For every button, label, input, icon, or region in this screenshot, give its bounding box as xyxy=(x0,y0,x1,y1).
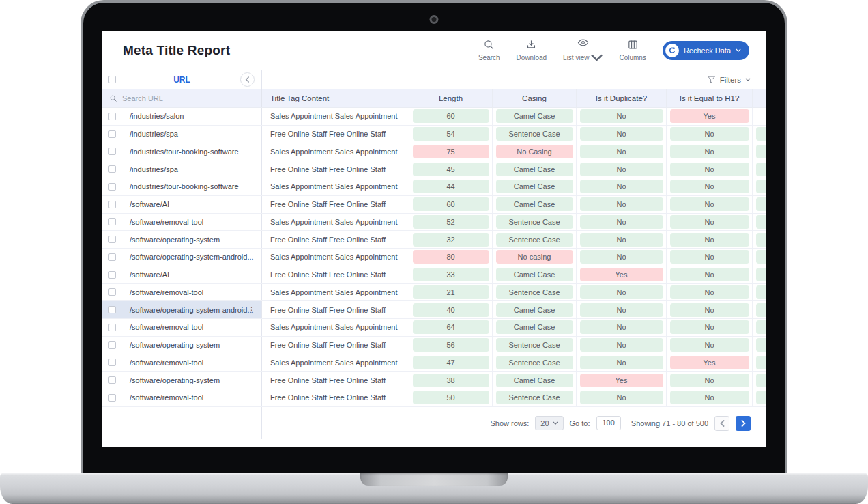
column-header-title-tag[interactable]: Title Tag Content xyxy=(262,89,409,107)
row-checkbox[interactable] xyxy=(108,253,116,261)
table-row[interactable]: /software/removal-toolSales Appointment … xyxy=(102,319,766,337)
equal-h1-cell: No xyxy=(667,337,753,354)
equal-h1-chip: No xyxy=(670,163,749,176)
table-row[interactable]: /industries/spaFree Online Staff Free On… xyxy=(102,126,766,143)
search-url-input[interactable]: Search URL xyxy=(102,89,262,107)
previous-page-button[interactable] xyxy=(714,416,729,431)
url-cell[interactable]: /industries/tour-booking-software xyxy=(102,143,262,160)
url-cell[interactable]: /software/operating-system xyxy=(102,231,262,248)
equal-h1-cell: No xyxy=(667,372,753,389)
row-checkbox[interactable] xyxy=(108,376,116,384)
table-row[interactable]: /industries/tour-booking-softwareSales A… xyxy=(102,143,766,161)
table-row[interactable]: /industries/spaFree Online Staff Free On… xyxy=(102,160,766,178)
row-checkbox[interactable] xyxy=(108,201,116,208)
row-checkbox[interactable] xyxy=(108,236,116,243)
url-cell[interactable]: /software/operating-system-android...⋮ xyxy=(102,301,262,318)
next-page-button[interactable] xyxy=(736,416,751,431)
url-cell[interactable]: /software/removal-tool xyxy=(102,214,262,231)
url-cell[interactable]: /software/operating-system xyxy=(102,372,262,389)
search-icon xyxy=(109,94,117,102)
download-button[interactable]: Download xyxy=(517,39,547,61)
peek-chip xyxy=(756,303,766,317)
casing-chip: Sentence Case xyxy=(496,356,573,369)
url-cell[interactable]: /industries/salon xyxy=(102,108,262,125)
url-text: /software/operating-system xyxy=(130,341,220,349)
row-checkbox[interactable] xyxy=(108,394,116,402)
url-cell[interactable]: /industries/spa xyxy=(102,160,262,178)
url-cell[interactable]: /software/operating-system-android... xyxy=(102,249,262,266)
peek-chip xyxy=(756,250,766,264)
duplicate-cell: No xyxy=(577,319,667,336)
column-header-h1[interactable]: Is it Equal to H1? xyxy=(667,89,753,107)
table-row[interactable]: /software/operating-systemFree Online St… xyxy=(102,231,766,249)
casing-chip: Sentence Case xyxy=(496,215,573,229)
filters-button[interactable]: Filters xyxy=(262,70,766,89)
casing-chip: Camel Case xyxy=(496,320,573,334)
equal-h1-chip: No xyxy=(670,320,749,334)
title-tag-cell: Free Online Staff Free Online Staff xyxy=(262,389,409,406)
list-view-button[interactable]: List view xyxy=(563,37,603,64)
duplicate-cell: Yes xyxy=(577,372,667,389)
table-row[interactable]: /software/AIFree Online Staff Free Onlin… xyxy=(102,266,766,284)
url-cell[interactable]: /software/operating-system xyxy=(102,337,262,354)
table-row[interactable]: /software/operating-system-android...Sal… xyxy=(102,249,766,266)
duplicate-chip: No xyxy=(580,180,663,193)
search-button[interactable]: Search xyxy=(478,39,500,61)
column-header-casing[interactable]: Casing xyxy=(493,89,577,107)
url-cell[interactable]: /software/removal-tool xyxy=(102,389,262,406)
row-checkbox[interactable] xyxy=(108,148,116,155)
equal-h1-chip: No xyxy=(670,338,749,352)
table-row[interactable]: /software/removal-toolSales Appointment … xyxy=(102,284,766,302)
row-checkbox[interactable] xyxy=(108,183,116,191)
table-row[interactable]: /software/AIFree Online Staff Free Onlin… xyxy=(102,196,766,214)
download-icon xyxy=(525,39,537,52)
table-row[interactable]: /software/operating-system-android...⋮Fr… xyxy=(102,301,766,319)
filter-funnel-icon xyxy=(707,75,716,84)
show-rows-select[interactable]: 20 xyxy=(535,416,563,430)
url-cell[interactable]: /software/removal-tool xyxy=(102,319,262,336)
next-column-peek xyxy=(753,354,766,372)
next-column-peek xyxy=(753,372,766,389)
row-checkbox[interactable] xyxy=(108,130,116,138)
row-checkbox[interactable] xyxy=(108,324,116,331)
row-checkbox[interactable] xyxy=(108,359,116,366)
table-row[interactable]: /industries/salonSales Appointment Sales… xyxy=(102,108,766,126)
url-cell[interactable]: /software/AI xyxy=(102,266,262,283)
table-row[interactable]: /software/operating-systemFree Online St… xyxy=(102,372,766,389)
title-tag-cell: Free Online Staff Free Online Staff xyxy=(262,266,409,283)
url-text: /software/removal-tool xyxy=(130,218,203,226)
row-checkbox[interactable] xyxy=(108,306,116,313)
table-body: /industries/salonSales Appointment Sales… xyxy=(102,108,766,407)
column-header-length[interactable]: Length xyxy=(409,89,493,107)
row-menu-icon[interactable]: ⋮ xyxy=(248,306,256,314)
casing-chip: Sentence Case xyxy=(496,285,573,299)
row-checkbox[interactable] xyxy=(108,288,116,296)
url-cell[interactable]: /industries/tour-booking-software xyxy=(102,178,262,195)
row-checkbox[interactable] xyxy=(108,218,116,225)
page-title: Meta Title Report xyxy=(123,43,230,58)
row-checkbox[interactable] xyxy=(108,271,116,279)
equal-h1-chip: No xyxy=(670,391,749,404)
url-cell[interactable]: /software/AI xyxy=(102,196,262,213)
peek-chip xyxy=(756,215,766,229)
row-checkbox[interactable] xyxy=(108,113,116,120)
url-column-label[interactable]: URL xyxy=(102,75,261,85)
url-cell[interactable]: /industries/spa xyxy=(102,126,262,143)
duplicate-chip: Yes xyxy=(580,374,663,387)
collapse-panel-button[interactable] xyxy=(240,72,255,87)
duplicate-chip: No xyxy=(580,356,663,369)
showing-range-text: Showing 71 - 80 of 500 xyxy=(631,419,708,428)
columns-button[interactable]: Columns xyxy=(619,39,646,61)
table-row[interactable]: /software/removal-toolSales Appointment … xyxy=(102,214,766,232)
recheck-data-button[interactable]: Recheck Data xyxy=(663,41,749,60)
url-cell[interactable]: /software/removal-tool xyxy=(102,284,262,301)
table-row[interactable]: /industries/tour-booking-softwareSales A… xyxy=(102,178,766,196)
goto-page-input[interactable]: 100 xyxy=(596,416,621,430)
table-row[interactable]: /software/removal-toolSales Appointment … xyxy=(102,354,766,372)
url-cell[interactable]: /software/removal-tool xyxy=(102,354,262,372)
column-header-duplicate[interactable]: Is it Duplicate? xyxy=(577,89,667,107)
table-row[interactable]: /software/operating-systemFree Online St… xyxy=(102,337,766,354)
row-checkbox[interactable] xyxy=(108,341,116,349)
row-checkbox[interactable] xyxy=(108,165,116,173)
table-row[interactable]: /software/removal-toolFree Online Staff … xyxy=(102,389,766,407)
